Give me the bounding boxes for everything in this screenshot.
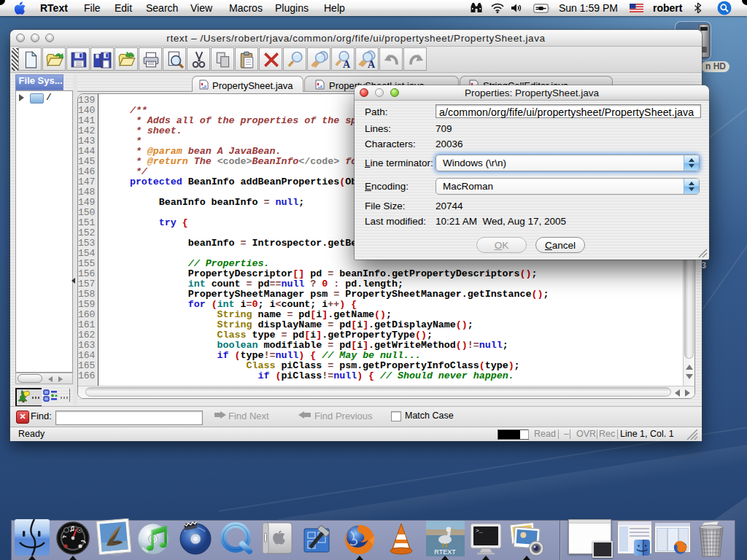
svg-text:A: A (343, 58, 351, 69)
svg-text:RTEXT: RTEXT (434, 548, 456, 556)
svg-text:>_: >_ (476, 527, 483, 534)
svg-text:A: A (368, 58, 376, 69)
